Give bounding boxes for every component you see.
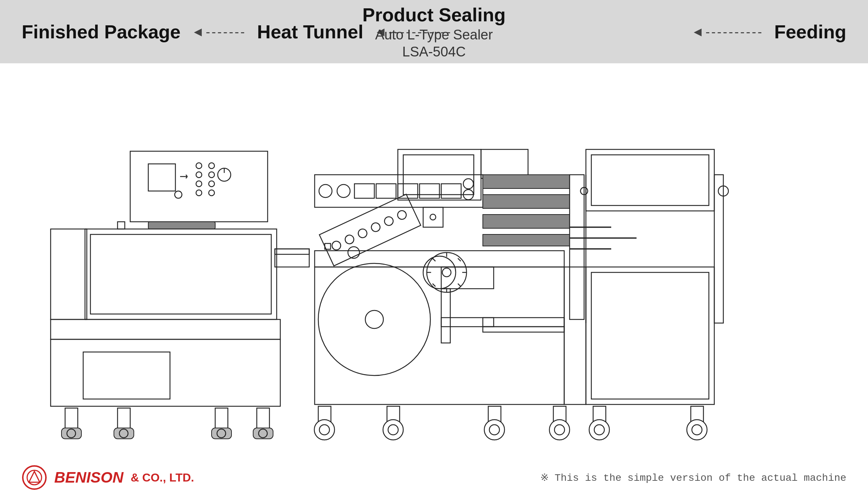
svg-rect-22 [51, 339, 280, 406]
svg-rect-109 [591, 272, 709, 399]
svg-point-67 [383, 215, 395, 227]
svg-point-111 [589, 420, 609, 440]
logo-section: BENISON & CO., LTD. [22, 465, 194, 490]
svg-rect-44 [354, 184, 374, 198]
svg-point-64 [344, 233, 355, 245]
svg-point-74 [365, 310, 383, 328]
svg-point-15 [175, 191, 182, 198]
svg-rect-71 [315, 251, 564, 267]
svg-point-95 [442, 268, 451, 277]
svg-rect-1 [148, 164, 175, 191]
svg-point-63 [331, 239, 342, 251]
arrow1: ◄------- [191, 24, 246, 39]
svg-point-68 [396, 209, 408, 221]
svg-rect-37 [275, 249, 309, 267]
svg-point-43 [337, 184, 350, 198]
header-bar: Finished Package ◄------- Heat Tunnel ◄-… [0, 0, 868, 63]
svg-rect-81 [483, 327, 564, 332]
svg-rect-46 [398, 184, 418, 198]
svg-rect-27 [118, 408, 130, 430]
svg-rect-19 [90, 234, 271, 314]
company-suffix: & CO., LTD. [131, 471, 194, 484]
svg-point-5 [196, 163, 202, 169]
svg-rect-51 [483, 175, 570, 188]
svg-rect-25 [61, 428, 81, 439]
model-label: LSA-504C [362, 44, 506, 60]
svg-rect-105 [591, 155, 709, 205]
svg-rect-60 [423, 207, 443, 227]
svg-point-12 [209, 190, 214, 196]
svg-point-49 [463, 179, 473, 189]
svg-rect-33 [257, 408, 269, 430]
svg-rect-21 [51, 319, 280, 339]
machine-diagram: .machine { fill: none; stroke: #222; str… [14, 72, 854, 455]
svg-rect-30 [215, 408, 228, 430]
svg-point-117 [23, 466, 46, 489]
svg-line-100 [433, 258, 435, 261]
footer-note: ※ This is the simple version of the actu… [540, 471, 846, 484]
arrow3: ◄---------- [691, 24, 763, 39]
svg-rect-62 [319, 194, 421, 266]
svg-rect-34 [253, 428, 273, 439]
svg-rect-53 [483, 215, 570, 228]
svg-rect-78 [441, 318, 494, 327]
svg-point-65 [357, 228, 369, 239]
svg-rect-20 [51, 229, 87, 319]
svg-rect-72 [315, 267, 564, 404]
svg-point-8 [209, 172, 214, 178]
svg-point-42 [319, 184, 332, 198]
svg-point-114 [687, 420, 707, 440]
footer: BENISON & CO., LTD. ※ This is the simple… [0, 463, 868, 492]
svg-rect-79 [564, 267, 586, 404]
svg-point-86 [383, 420, 403, 440]
svg-point-7 [196, 172, 202, 178]
finished-package-label: Finished Package [22, 21, 180, 43]
svg-rect-48 [441, 184, 461, 198]
svg-rect-24 [65, 408, 78, 430]
svg-rect-31 [212, 428, 231, 439]
company-name: BENISON [54, 469, 123, 486]
svg-rect-18 [85, 229, 277, 319]
svg-line-102 [458, 258, 461, 261]
feeding-label: Feeding [774, 21, 846, 43]
header-center: Product Sealing Auto L-Type Sealer LSA-5… [362, 4, 506, 60]
svg-rect-80 [483, 318, 564, 327]
machine-name-label: Auto L-Type Sealer [362, 27, 506, 43]
svg-rect-17 [148, 222, 215, 229]
svg-rect-52 [483, 195, 570, 208]
svg-rect-104 [586, 149, 714, 211]
svg-rect-106 [714, 175, 723, 323]
svg-rect-47 [420, 184, 439, 198]
logo-icon [22, 465, 47, 490]
svg-point-10 [209, 181, 214, 187]
svg-rect-108 [586, 267, 714, 404]
svg-point-92 [549, 420, 570, 440]
svg-rect-77 [441, 289, 450, 343]
svg-point-66 [370, 221, 382, 233]
svg-rect-40 [481, 149, 528, 178]
product-sealing-label: Product Sealing [362, 4, 506, 26]
diagram-area: .machine { fill: none; stroke: #222; str… [0, 63, 868, 463]
svg-point-6 [209, 163, 214, 169]
svg-point-73 [318, 263, 430, 376]
heat-tunnel-label: Heat Tunnel [257, 21, 363, 43]
svg-rect-45 [376, 184, 396, 198]
svg-rect-36 [275, 249, 309, 254]
svg-point-89 [484, 420, 505, 440]
svg-rect-54 [483, 234, 570, 246]
svg-point-61 [430, 214, 436, 220]
svg-point-9 [196, 181, 202, 187]
svg-line-103 [433, 284, 435, 287]
svg-rect-23 [83, 352, 170, 399]
svg-rect-28 [114, 428, 134, 439]
svg-rect-41 [315, 175, 483, 207]
svg-line-101 [458, 284, 461, 287]
svg-rect-16 [118, 222, 125, 229]
svg-rect-55 [570, 175, 584, 319]
svg-marker-119 [29, 471, 40, 482]
svg-point-11 [196, 190, 202, 196]
header-right: ◄---------- Feeding [691, 21, 846, 43]
svg-point-83 [314, 420, 335, 440]
